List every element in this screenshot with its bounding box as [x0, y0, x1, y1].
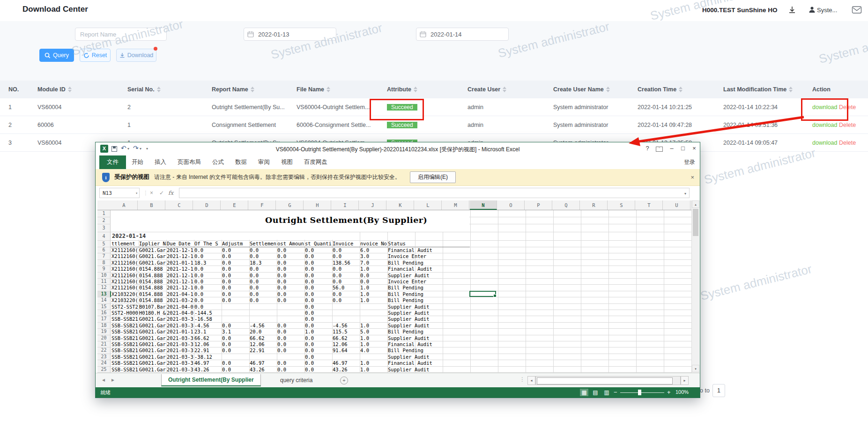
column-header-serial_no[interactable]: Serial No.: [127, 86, 212, 93]
cell-D21[interactable]: 12.06: [193, 341, 222, 347]
cell-J21[interactable]: 1.0: [359, 341, 388, 347]
cell-S8[interactable]: [608, 260, 637, 266]
cell-N17[interactable]: [470, 316, 498, 322]
cell-B25[interactable]: G0021.Gar: [138, 367, 167, 373]
cell-B17[interactable]: G0021.Gar: [138, 316, 167, 322]
cell-O6[interactable]: [497, 247, 526, 253]
cell-E8[interactable]: 0.0: [221, 260, 250, 266]
cell-I18[interactable]: -4.56: [332, 323, 360, 329]
cell-I8[interactable]: 138.56: [332, 260, 360, 266]
row-header-21[interactable]: 21: [97, 341, 111, 347]
column-header-create_user_name[interactable]: Create User Name: [553, 86, 638, 93]
cell-T6[interactable]: [636, 247, 664, 253]
cell-G24[interactable]: 0.0: [276, 360, 305, 366]
cell-U12[interactable]: [663, 285, 691, 291]
cell-C15[interactable]: 2021-04-0: [166, 304, 194, 310]
cell-Q7[interactable]: [553, 253, 581, 259]
cell-U7[interactable]: [663, 253, 691, 259]
cell-S4[interactable]: [608, 232, 637, 241]
cell-I7[interactable]: 0.0: [332, 253, 360, 259]
cell-C25[interactable]: 2021-03-3: [166, 367, 194, 373]
cell-Q13[interactable]: [553, 291, 581, 297]
cell-P24[interactable]: [525, 360, 554, 366]
cell-U23[interactable]: [663, 354, 691, 360]
cell-U4[interactable]: [663, 232, 691, 241]
cell-D20[interactable]: 66.62: [193, 335, 222, 341]
cell-A9[interactable]: X2112160(: [111, 266, 139, 272]
cell-J6[interactable]: 6.0: [359, 247, 388, 253]
cell-O11[interactable]: [497, 279, 526, 285]
cell-G22[interactable]: 0.0: [276, 347, 305, 354]
cell-F8[interactable]: 18.3: [249, 260, 277, 266]
cell-Q1[interactable]: [553, 210, 581, 217]
cell-B23[interactable]: G0021.Gar: [138, 354, 167, 360]
cell-K25[interactable]: Supplier Audit: [387, 367, 415, 373]
cell-P18[interactable]: [525, 323, 554, 329]
cell-S2[interactable]: [608, 217, 637, 224]
cell-N20[interactable]: [470, 335, 498, 341]
cell-D15[interactable]: 0.0: [193, 304, 222, 310]
formula-input[interactable]: ▾: [179, 188, 690, 198]
cell-C20[interactable]: 2021-03-3: [166, 335, 194, 341]
cell-H24[interactable]: 0.0: [304, 360, 333, 366]
cell-O10[interactable]: [497, 273, 526, 279]
cell-R13[interactable]: [580, 291, 609, 297]
name-box-dropdown-icon[interactable]: ▾: [135, 188, 138, 199]
cell-U1[interactable]: [663, 210, 691, 217]
cell-I5[interactable]: Invoice: [332, 241, 360, 247]
download-button[interactable]: Download: [116, 49, 156, 62]
cell-C7[interactable]: 2021-12-1: [166, 253, 194, 259]
cell-H14[interactable]: 0.0: [304, 297, 333, 303]
cell-G8[interactable]: 0.0: [276, 260, 305, 266]
cell-A7[interactable]: X2112160(: [111, 253, 139, 259]
cell-E15[interactable]: [221, 304, 250, 310]
row-header-23[interactable]: 23: [97, 354, 111, 360]
cell-H7[interactable]: 0.0: [304, 253, 333, 259]
cell-M17[interactable]: [442, 316, 471, 322]
cell-N15[interactable]: [470, 304, 498, 310]
cell-M12[interactable]: [442, 285, 471, 291]
row-header-10[interactable]: 10: [97, 273, 111, 279]
cell-I16[interactable]: [332, 310, 360, 316]
cell-U9[interactable]: [663, 266, 691, 272]
vertical-scroll-thumb[interactable]: [693, 209, 698, 236]
column-header-I[interactable]: I: [332, 200, 359, 210]
cell-T2[interactable]: [636, 217, 664, 224]
column-header-J[interactable]: J: [359, 200, 386, 210]
cancel-icon[interactable]: ×: [150, 190, 153, 196]
row-header-4[interactable]: 4: [97, 232, 111, 241]
cell-I23[interactable]: [332, 354, 360, 360]
cell-I4[interactable]: [332, 232, 360, 241]
row-header-15[interactable]: 15: [97, 304, 111, 310]
column-header-file_name[interactable]: File Name: [297, 86, 387, 93]
cell-H13[interactable]: 0.0: [304, 291, 333, 297]
cell-U21[interactable]: [663, 341, 691, 347]
cell-N12[interactable]: [470, 285, 498, 291]
cell-T14[interactable]: [636, 297, 664, 303]
cell-P6[interactable]: [525, 247, 554, 253]
cell-O5[interactable]: [497, 241, 526, 247]
cell-S20[interactable]: [608, 335, 637, 341]
sheet-nav-right-icon[interactable]: ▸: [111, 377, 114, 383]
cell-D11[interactable]: 0.0: [193, 279, 222, 285]
cell-J8[interactable]: 7.0: [359, 260, 388, 266]
cell-J14[interactable]: 1.0: [359, 297, 388, 303]
cell-R10[interactable]: [580, 273, 609, 279]
cell-J16[interactable]: [359, 310, 388, 316]
cell-K17[interactable]: Supplier Audit: [387, 316, 415, 322]
horizontal-scroll-thumb[interactable]: [537, 377, 673, 384]
cell-P14[interactable]: [525, 297, 554, 303]
help-icon[interactable]: ?: [643, 145, 652, 152]
cell-N9[interactable]: [470, 266, 498, 272]
cell-B18[interactable]: G0021.Gar: [138, 323, 167, 329]
ribbon-tab-1[interactable]: 开始: [126, 155, 149, 169]
cell-M13[interactable]: [442, 291, 471, 297]
cell-F20[interactable]: 66.62: [249, 335, 277, 341]
column-header-create_user[interactable]: Create User: [467, 86, 553, 93]
cell-P2[interactable]: [525, 217, 554, 224]
cell-G17[interactable]: [276, 316, 305, 322]
cell-N16[interactable]: [470, 310, 498, 316]
cell-I9[interactable]: 0.0: [332, 266, 360, 272]
cell-H6[interactable]: 0.0: [304, 247, 333, 253]
cell-U19[interactable]: [663, 329, 691, 335]
